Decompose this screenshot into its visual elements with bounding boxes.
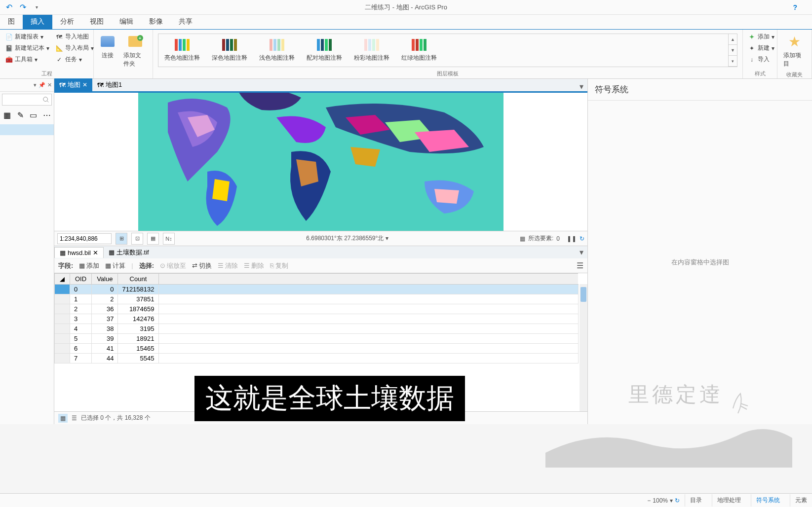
add-folder-button[interactable]: 添加文件夹 (120, 32, 150, 70)
copy-button[interactable]: ⎘ 复制 (270, 261, 288, 270)
map-tab-1[interactable]: 🗺 地图1 (92, 78, 127, 91)
style-new-button[interactable]: ✦新建 ▾ (746, 43, 776, 53)
scale-input[interactable] (57, 233, 112, 244)
group-label-templates: 图层模板 (156, 69, 739, 78)
col-value[interactable]: Value (92, 274, 118, 285)
table-tab-options-icon[interactable]: ▾ (576, 248, 587, 257)
map-tab-active[interactable]: 🗺 地图 ✕ (54, 78, 92, 91)
ribbon-tab-analysis[interactable]: 分析 (52, 14, 82, 29)
zoom-refresh-icon[interactable]: ↻ (675, 497, 680, 504)
tasks-button[interactable]: ✓任务 ▾ (53, 54, 96, 65)
list-by-selection-icon[interactable]: ▭ (29, 109, 39, 120)
table-tab-hwsd[interactable]: ▦ hwsd.bil ✕ (54, 247, 104, 258)
select-label: 选择: (139, 261, 154, 270)
map-viewport[interactable]: ✋ (54, 93, 587, 231)
style-import-button[interactable]: ↓导入 (746, 54, 776, 65)
coords-dropdown-icon[interactable]: ▾ (386, 235, 388, 242)
calculate-button[interactable]: ▦ 计算 (105, 261, 125, 270)
template-light[interactable]: 浅色地图注释 (259, 39, 295, 62)
table-row[interactable]: 4383195 (55, 324, 579, 334)
show-selected-icon[interactable]: ☰ (72, 415, 77, 422)
snapping-icon[interactable]: ⊡ (131, 233, 143, 245)
ribbon-tab-map[interactable]: 图 (0, 14, 23, 29)
ribbon-tab-insert[interactable]: 插入 (23, 14, 52, 29)
row-header-corner[interactable]: ◢ (55, 274, 70, 285)
bottom-tab-element[interactable]: 元素 (790, 494, 812, 507)
import-layout-button[interactable]: 📐导入布局 ▾ (53, 43, 96, 53)
list-by-source-icon[interactable]: ✎ (15, 109, 26, 120)
add-favorite-button[interactable]: ★添加项目 (780, 32, 809, 70)
new-report-button[interactable]: 📄新建报表 ▾ (3, 32, 51, 42)
table-row[interactable]: 64115465 (55, 344, 579, 354)
zoom-to-button[interactable]: ⊙ 缩放至 (160, 261, 186, 270)
symbology-title: 符号系统 (588, 79, 812, 101)
table-tab-soil[interactable]: ▦ 土壤数据.tif (104, 247, 154, 258)
add-field-button[interactable]: ▦ 添加 (79, 261, 99, 270)
connect-button[interactable]: 连接 (97, 32, 118, 62)
zoom-dropdown-icon[interactable]: ▾ (670, 497, 673, 504)
redo-icon[interactable]: ↷ (18, 2, 28, 12)
tab-options-icon[interactable]: ▾ (576, 82, 587, 91)
search-input[interactable] (2, 94, 52, 106)
qat-dropdown-icon[interactable]: ▾ (32, 2, 41, 12)
import-map-button[interactable]: 🗺导入地图 (53, 32, 96, 42)
table-row[interactable]: 7445545 (55, 354, 579, 363)
style-add-button[interactable]: ✦添加 ▾ (746, 32, 776, 42)
table-row[interactable]: 53918921 (55, 334, 579, 344)
ribbon-tab-share[interactable]: 共享 (171, 14, 200, 29)
world-map (138, 93, 503, 231)
table-row[interactable]: 00712158132 (55, 285, 579, 294)
gallery-scroll[interactable]: ▲▼▾ (728, 34, 737, 67)
bottom-tab-symbology[interactable]: 符号系统 (751, 494, 785, 507)
ribbon-tab-imagery[interactable]: 影像 (141, 14, 171, 29)
app-status-bar: − 100% ▾ ↻ 目录 地理处理 符号系统 元素 (0, 493, 812, 507)
clear-button[interactable]: ☰ 清除 (218, 261, 238, 270)
table-menu-icon[interactable]: ☰ (577, 261, 583, 270)
template-bright[interactable]: 亮色地图注释 (164, 39, 200, 62)
contents-toolbar: ▦ ✎ ▭ ⋯ (0, 108, 54, 122)
list-by-drawing-icon[interactable]: ▦ (2, 109, 12, 120)
dynamic-icon[interactable]: N↕ (163, 233, 175, 245)
zoom-out-icon[interactable]: − (647, 497, 651, 504)
template-pastel[interactable]: 粉彩地图注释 (354, 39, 389, 62)
table-row[interactable]: 1237851 (55, 294, 579, 304)
pause-icon[interactable]: ❚❚ (567, 235, 577, 242)
table-scrollbar[interactable] (580, 284, 587, 411)
selection-icon[interactable]: ▦ (520, 235, 525, 242)
symbology-panel: 符号系统 在内容窗格中选择图 (587, 79, 812, 424)
col-oid[interactable]: OID (70, 274, 92, 285)
selected-layer[interactable] (0, 124, 54, 135)
ribbon-tabs: 图 插入 分析 视图 编辑 影像 共享 (0, 15, 812, 30)
pin-icon[interactable]: 📌 (39, 82, 45, 88)
grid-icon[interactable]: ▦ (147, 233, 159, 245)
undo-icon[interactable]: ↶ (4, 2, 14, 12)
ribbon-tab-view[interactable]: 视图 (82, 14, 112, 29)
zoom-control: − 100% ▾ ↻ (647, 497, 680, 504)
col-count[interactable]: Count (118, 274, 158, 285)
close-tab-icon[interactable]: ✕ (82, 81, 87, 88)
title-bar: ↶ ↷ ▾ 二维练习 - 地图 - ArcGIS Pro ? (0, 0, 812, 15)
table-row[interactable]: 2361874659 (55, 304, 579, 314)
zoom-level: 100% (653, 497, 668, 504)
toolbox-button[interactable]: 🧰工具箱 ▾ (3, 54, 51, 65)
constraint-icon[interactable]: ⊞ (116, 233, 127, 245)
new-notebook-button[interactable]: 📓新建笔记本 ▾ (3, 43, 51, 53)
show-all-icon[interactable]: ▦ (58, 414, 68, 423)
help-button[interactable]: ? (793, 3, 797, 11)
subtitle-overlay: 这就是全球土壤数据 (194, 376, 465, 421)
template-redgreen[interactable]: 红绿地图注释 (401, 39, 437, 62)
window-title: 二维练习 - 地图 - ArcGIS Pro (365, 3, 447, 12)
switch-button[interactable]: ⇄ 切换 (192, 261, 212, 270)
dropdown-icon[interactable]: ▾ (34, 82, 37, 88)
close-icon[interactable]: ✕ (47, 82, 52, 88)
close-icon[interactable]: ✕ (93, 249, 98, 256)
more-icon[interactable]: ⋯ (41, 109, 52, 120)
template-paired[interactable]: 配对地图注释 (307, 39, 342, 62)
ribbon-tab-edit[interactable]: 编辑 (112, 14, 141, 29)
delete-button[interactable]: ☰ 删除 (244, 261, 264, 270)
refresh-icon[interactable]: ↻ (580, 235, 584, 242)
bottom-tab-geoprocessing[interactable]: 地理处理 (712, 494, 746, 507)
table-row[interactable]: 337142476 (55, 314, 579, 324)
bottom-tab-catalog[interactable]: 目录 (685, 494, 707, 507)
template-dark[interactable]: 深色地图注释 (212, 39, 247, 62)
